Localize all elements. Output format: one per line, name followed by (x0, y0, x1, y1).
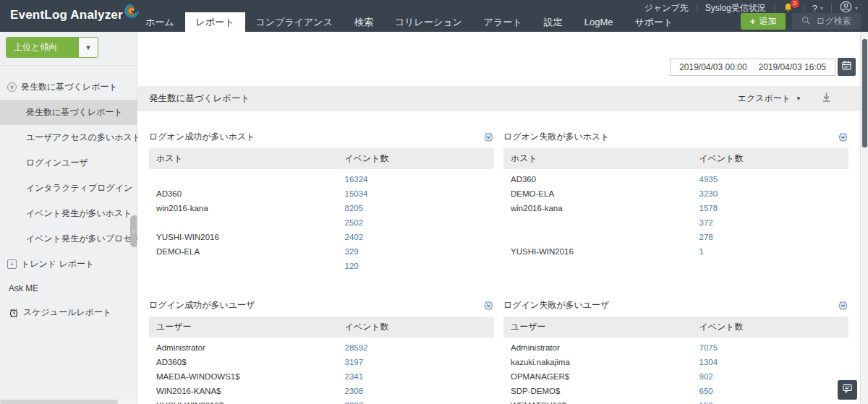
search-icon (801, 16, 811, 27)
row-count-link[interactable]: 1 (699, 247, 841, 256)
nav-item[interactable]: 設定 (533, 12, 574, 32)
row-name[interactable]: kazuki.nakajima (511, 358, 699, 366)
sidebar-item[interactable]: 発生数に基づくレポート (0, 100, 137, 125)
column-header-name[interactable]: ユーザー (511, 321, 699, 333)
row-count-link[interactable]: 1578 (699, 204, 841, 212)
row-name[interactable]: WEMATSU10$ (511, 401, 699, 404)
row-count-link[interactable]: 120 (344, 262, 487, 270)
row-count-link[interactable]: 2502 (344, 218, 487, 227)
row-name[interactable]: AD360 (511, 175, 699, 184)
row-count-link[interactable]: 8205 (344, 204, 487, 212)
row-name[interactable]: Administrator (156, 343, 344, 352)
report-title-bar: 発生数に基づくレポート エクスポート ▼ (137, 86, 860, 111)
scrollbar-thumb[interactable] (862, 39, 867, 147)
expand-icon[interactable]: + (7, 259, 17, 269)
row-count-link[interactable]: 4935 (699, 175, 841, 184)
row-count-link[interactable]: 3197 (344, 358, 487, 366)
nav-item[interactable]: コリレーション (384, 12, 473, 32)
column-header-count[interactable]: イベント数 (344, 152, 487, 165)
date-range-picker[interactable]: 2019/04/03 00:00 2019/04/03 16:05 (670, 59, 835, 76)
nav-item[interactable]: レポート (185, 12, 245, 32)
nav-item[interactable]: サポート (624, 12, 684, 32)
column-header-count[interactable]: イベント数 (699, 152, 841, 165)
collapse-icon[interactable]: ∨ (7, 82, 17, 92)
nav-item[interactable]: LogMe (574, 12, 624, 32)
row-name[interactable]: SDP-DEMO$ (511, 387, 699, 395)
row-name[interactable]: AD360 (156, 189, 344, 198)
row-name[interactable]: MAEDA-WINDOWS1$ (156, 372, 344, 381)
row-count-link[interactable]: 902 (699, 372, 841, 381)
category-selector-area: 上位と傾向 ▼ (0, 32, 137, 66)
help-menu-button[interactable]: ? ▾ (812, 3, 823, 14)
export-dropdown[interactable]: エクスポート ▼ (738, 93, 801, 105)
vertical-scrollbar[interactable] (860, 32, 868, 404)
row-count-link[interactable]: 2207 (344, 401, 487, 404)
row-count-link[interactable]: 3230 (699, 189, 841, 198)
nav-item[interactable]: アラート (473, 12, 533, 32)
download-button[interactable] (820, 91, 833, 106)
row-count-link[interactable]: 2341 (344, 372, 487, 381)
row-count-link[interactable]: 28592 (344, 343, 487, 352)
column-header-name[interactable]: ホスト (156, 152, 344, 165)
sidebar-item[interactable]: イベント発生が多いホスト (0, 201, 137, 226)
sidebar-item[interactable]: ログインユーザ (0, 150, 137, 176)
table-row: DEMO-ELA 329 (149, 244, 494, 259)
clock-icon[interactable] (838, 300, 848, 311)
clock-icon[interactable] (838, 132, 848, 142)
table-row: MAEDA-WINDOWS1$ 2341 (149, 369, 494, 384)
scrollbar-thumb[interactable] (0, 400, 118, 404)
row-count-link[interactable]: 329 (344, 247, 487, 256)
column-header-name[interactable]: ユーザー (156, 321, 344, 333)
row-name[interactable]: YUSHI-WIN2016$ (156, 401, 344, 404)
row-name[interactable]: OPMANAGER$ (511, 372, 699, 381)
sidebar-item[interactable]: インタラクティブログイン (0, 176, 137, 201)
row-name[interactable]: DEMO-ELA (156, 247, 344, 256)
table-row: 278 (503, 230, 848, 244)
category-dropdown[interactable]: 上位と傾向 ▼ (6, 37, 98, 58)
column-header-count[interactable]: イベント数 (699, 321, 841, 333)
row-name[interactable]: AD360$ (156, 358, 344, 366)
nav-item[interactable]: コンプライアンス (245, 12, 344, 32)
row-count-link[interactable]: 372 (699, 218, 841, 227)
sidebar-item-schedule-report[interactable]: スケジュールレポート (0, 300, 137, 325)
column-header-name[interactable]: ホスト (511, 152, 699, 165)
row-count-link[interactable]: 1304 (699, 358, 841, 366)
row-name[interactable]: win2016-kana (156, 204, 344, 212)
nav-item[interactable]: ホーム (135, 12, 185, 32)
row-name[interactable]: DEMO-ELA (511, 189, 699, 198)
row-count-link[interactable]: 150 (699, 401, 841, 404)
divider (831, 4, 832, 13)
row-count-link[interactable]: 15034 (344, 189, 487, 198)
sidebar-item[interactable]: ユーザアクセスの多いホスト (0, 125, 137, 150)
sidebar-group[interactable]: + トレンド レポート (0, 252, 137, 277)
row-count-link[interactable]: 7075 (699, 343, 841, 352)
clock-icon[interactable] (483, 300, 494, 311)
notification-bell-button[interactable]: 2 (783, 2, 796, 14)
row-count-link[interactable]: 278 (699, 233, 841, 241)
clock-icon[interactable] (483, 132, 494, 142)
nav-item[interactable]: 検索 (344, 12, 384, 32)
row-name[interactable]: Administrator (511, 343, 699, 352)
row-count-link[interactable]: 16324 (344, 175, 487, 184)
table-row: SDP-DEMO$ 650 (503, 384, 848, 398)
sidebar-horizontal-scrollbar[interactable] (0, 400, 137, 404)
row-count-link[interactable]: 2402 (344, 233, 487, 241)
table-header-row: ユーザー イベント数 (149, 317, 494, 338)
add-button[interactable]: + 追加 (741, 13, 786, 30)
date-range-to: 2019/04/03 16:05 (759, 62, 826, 72)
row-name[interactable]: YUSHI-WIN2016 (156, 233, 344, 241)
row-name[interactable]: win2016-kana (511, 204, 699, 212)
row-name[interactable]: YUSHI-WIN2016 (511, 247, 699, 256)
feedback-button[interactable] (838, 380, 857, 400)
sidebar-collapse-handle[interactable]: ‹ (130, 215, 137, 247)
row-count-link[interactable]: 650 (699, 387, 841, 395)
row-count-link[interactable]: 2308 (344, 387, 487, 395)
sidebar-group[interactable]: ∨ 発生数に基づくレポート (0, 74, 137, 100)
row-name[interactable]: WIN2016-KANA$ (156, 387, 344, 395)
column-header-count[interactable]: イベント数 (344, 321, 487, 333)
calendar-button[interactable] (838, 58, 856, 76)
sidebar-item[interactable]: イベント発生が多いプロセス (0, 226, 137, 252)
syslog-status-link[interactable]: Syslog受信状況 (705, 2, 766, 14)
sidebar-item[interactable]: Ask ME (0, 277, 137, 300)
log-search-button[interactable]: ログ検索 (792, 13, 861, 30)
